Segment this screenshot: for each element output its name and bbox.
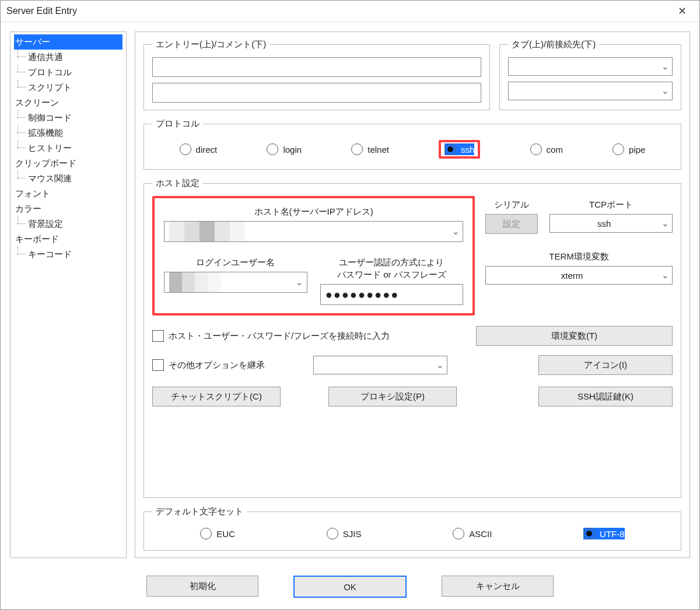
hostname-combo[interactable]: ⌄: [164, 221, 463, 242]
tree-item[interactable]: 背景設定: [14, 216, 123, 232]
chevron-down-icon: ⌄: [293, 277, 307, 288]
ok-button[interactable]: OK: [293, 576, 407, 598]
tree-item[interactable]: マウス関連: [14, 171, 123, 186]
tree-item[interactable]: プロトコル: [14, 65, 123, 80]
close-icon[interactable]: ✕: [670, 5, 694, 17]
tree-item[interactable]: 拡張機能: [14, 125, 123, 141]
server-edit-dialog: Server Edit Entry ✕ サーバー通信共通プロトコルスクリプトスク…: [0, 0, 700, 610]
protocol-group-label: プロトコル: [152, 118, 203, 129]
pass-label-1: ユーザー認証の方式により: [320, 257, 464, 268]
tree-item[interactable]: サーバー: [14, 34, 123, 50]
main-panel: エントリー(上)/コメント(下) タブ(上)/前接続先(下): [135, 31, 690, 558]
chevron-down-icon: ⌄: [658, 270, 672, 281]
charset-radio-sjis[interactable]: SJIS: [327, 528, 362, 539]
window-title: Server Edit Entry: [6, 6, 670, 16]
term-label: TERM環境変数: [485, 251, 673, 262]
entry-comment-combo[interactable]: [152, 83, 481, 103]
entry-group-label: エントリー(上)/コメント(下): [152, 39, 270, 50]
pass-label-2: パスワード or パスフレーズ: [320, 269, 464, 281]
tab-group: タブ(上)/前接続先(下) ⌄ ⌄: [499, 39, 681, 110]
login-user-combo[interactable]: ⌄: [164, 272, 307, 293]
chevron-down-icon: ⌄: [658, 61, 672, 72]
inherit-options-checkbox[interactable]: その他オプションを継承: [152, 359, 304, 371]
tree-item[interactable]: スクリプト: [14, 80, 123, 95]
tree-item[interactable]: カラー: [14, 201, 123, 216]
category-tree[interactable]: サーバー通信共通プロトコルスクリプトスクリーン制御コード拡張機能ヒストリークリッ…: [10, 31, 127, 558]
tree-item[interactable]: 制御コード: [14, 110, 123, 125]
entry-name-combo[interactable]: [152, 57, 481, 77]
chevron-down-icon: ⌄: [658, 218, 672, 229]
chevron-down-icon: ⌄: [433, 360, 447, 370]
titlebar: Server Edit Entry ✕: [1, 1, 699, 22]
prev-connection-select[interactable]: ⌄: [508, 82, 673, 100]
host-highlight-block: ホスト名(サーバーIPアドレス): [152, 196, 475, 315]
tree-item[interactable]: スクリーン: [14, 95, 123, 110]
icon-button[interactable]: アイコン(I): [538, 355, 673, 375]
env-vars-button[interactable]: 環境変数(T): [476, 326, 673, 346]
protocol-radio-ssh[interactable]: ssh: [444, 143, 474, 155]
tree-item[interactable]: クリップボード: [14, 156, 123, 171]
chevron-down-icon: ⌄: [658, 86, 672, 96]
charset-radio-utf-8[interactable]: UTF-8: [583, 528, 625, 539]
protocol-group: プロトコル directlogintelnetsshcompipe: [144, 118, 681, 170]
login-redacted: [169, 272, 288, 292]
password-field[interactable]: ●●●●●●●●●: [320, 284, 464, 305]
chevron-down-icon: ⌄: [449, 226, 463, 237]
tree-item[interactable]: キーコード: [14, 247, 123, 262]
charset-group: デフォルト文字セット EUCSJISASCIIUTF-8: [144, 506, 681, 551]
protocol-radio-direct[interactable]: direct: [180, 143, 218, 155]
hostname-label: ホスト名(サーバーIPアドレス): [164, 206, 463, 218]
charset-group-label: デフォルト文字セット: [152, 506, 247, 517]
dialog-footer: 初期化 OK キャンセル: [1, 567, 699, 609]
cancel-button[interactable]: キャンセル: [442, 576, 554, 597]
chat-script-button[interactable]: チャットスクリプト(C): [152, 387, 281, 406]
ssh-key-button[interactable]: SSH認証鍵(K): [538, 387, 673, 406]
charset-radio-ascii[interactable]: ASCII: [453, 528, 492, 539]
inherit-options-select[interactable]: ⌄: [313, 356, 447, 374]
tcp-port-select[interactable]: ssh ⌄: [550, 214, 673, 233]
tree-item[interactable]: フォント: [14, 186, 123, 201]
prompt-at-connect-checkbox[interactable]: ホスト・ユーザー・パスワード/フレーズを接続時に入力: [152, 330, 467, 342]
charset-radio-euc[interactable]: EUC: [200, 528, 235, 539]
protocol-radio-login[interactable]: login: [267, 143, 302, 155]
tree-item[interactable]: キーボード: [14, 232, 123, 247]
protocol-radio-pipe[interactable]: pipe: [612, 143, 645, 155]
tab-name-select[interactable]: ⌄: [508, 57, 673, 76]
hostname-redacted: [169, 222, 444, 241]
tree-item[interactable]: ヒストリー: [14, 141, 123, 156]
tab-group-label: タブ(上)/前接続先(下): [508, 39, 599, 50]
serial-label: シリアル: [485, 199, 538, 211]
tcp-port-label: TCPポート: [550, 199, 673, 211]
init-button[interactable]: 初期化: [146, 576, 258, 597]
host-group: ホスト設定 ホスト名(サーバーIPアドレス): [144, 178, 681, 498]
protocol-radio-telnet[interactable]: telnet: [351, 143, 389, 155]
serial-settings-button: 設定: [485, 214, 538, 234]
term-env-select[interactable]: xterm ⌄: [485, 266, 673, 285]
tree-item[interactable]: 通信共通: [14, 50, 123, 65]
protocol-radio-com[interactable]: com: [530, 143, 563, 155]
login-label: ログインユーザー名: [164, 257, 307, 268]
proxy-settings-button[interactable]: プロキシ設定(P): [328, 387, 457, 406]
entry-group: エントリー(上)/コメント(下): [144, 39, 490, 110]
host-group-label: ホスト設定: [152, 178, 203, 189]
